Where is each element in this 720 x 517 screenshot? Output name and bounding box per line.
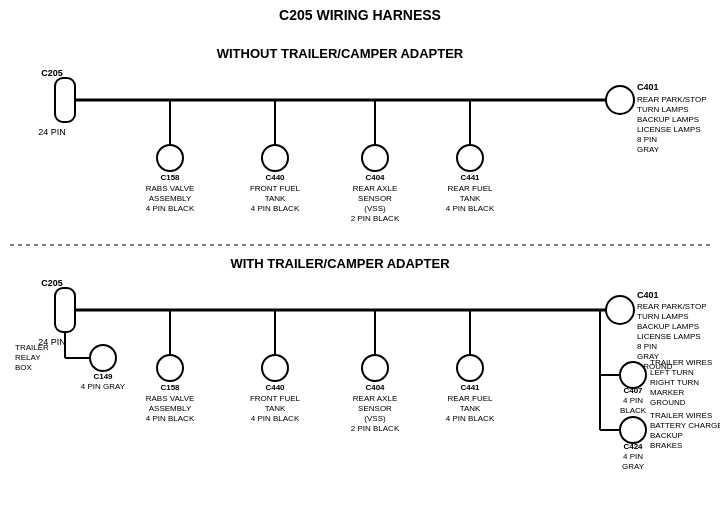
s2-trailer-relay-label2: RELAY [15,353,41,362]
s1-c205-pin: 24 PIN [38,127,66,137]
s2-c440-desc3: 4 PIN BLACK [251,414,300,423]
s2-c407-connector [620,362,646,388]
s2-c407-pin1: 4 PIN [623,396,643,405]
s2-c440-desc2: TANK [265,404,286,413]
s1-c440-label: C440 [265,173,285,182]
s2-c404-desc2: SENSOR [358,404,392,413]
s2-c158-desc2: ASSEMBLY [149,404,192,413]
s1-c404-connector [362,145,388,171]
s1-c441-desc2: TANK [460,194,481,203]
s1-c401-desc3: BACKUP LAMPS [637,115,699,124]
s2-c158-connector [157,355,183,381]
s1-c441-label: C441 [460,173,480,182]
s2-c158-label: C158 [160,383,180,392]
s1-c401-desc1: REAR PARK/STOP [637,95,707,104]
s2-c401-desc1: REAR PARK/STOP [637,302,707,311]
diagram-title: C205 WIRING HARNESS [279,7,441,23]
s1-c440-desc2: TANK [265,194,286,203]
s2-c424-pin2: GRAY [622,462,645,471]
s2-trailer-relay-label3: BOX [15,363,33,372]
s2-c407-desc3: RIGHT TURN [650,378,699,387]
s2-c441-label: C441 [460,383,480,392]
s2-c205-label: C205 [41,278,63,288]
s2-c424-desc3: BACKUP [650,431,683,440]
s2-c424-pin1: 4 PIN [623,452,643,461]
s1-c441-connector [457,145,483,171]
section2-label: WITH TRAILER/CAMPER ADAPTER [230,256,450,271]
s1-c440-desc3: 4 PIN BLACK [251,204,300,213]
s1-c401-color: GRAY [637,145,660,154]
s2-c424-label: C424 [623,442,643,451]
s2-c441-desc2: TANK [460,404,481,413]
s1-c158-desc2: ASSEMBLY [149,194,192,203]
s2-c149-label: C149 [93,372,113,381]
s2-c158-desc1: RABS VALVE [146,394,195,403]
s2-c440-connector [262,355,288,381]
s1-c441-desc1: REAR FUEL [448,184,493,193]
s2-c440-label: C440 [265,383,285,392]
s2-c441-desc3: 4 PIN BLACK [446,414,495,423]
s2-c401-desc2: TURN LAMPS [637,312,689,321]
s2-c404-desc4: 2 PIN BLACK [351,424,400,433]
s2-c407-label: C407 [623,386,643,395]
s2-c404-connector [362,355,388,381]
section1-label: WITHOUT TRAILER/CAMPER ADAPTER [217,46,464,61]
s1-c401-connector [606,86,634,114]
s2-c149-connector [90,345,116,371]
s2-c401-pin: 8 PIN [637,342,657,351]
s2-c407-pin2: BLACK [620,406,647,415]
s1-c158-connector [157,145,183,171]
s2-c404-desc3: (VSS) [364,414,386,423]
s2-c441-desc1: REAR FUEL [448,394,493,403]
s1-c401-desc2: TURN LAMPS [637,105,689,114]
s1-c404-desc4: 2 PIN BLACK [351,214,400,223]
s2-c424-desc2: BATTERY CHARGE [650,421,720,430]
s2-c407-desc4: MARKER [650,388,684,397]
s2-c158-desc3: 4 PIN BLACK [146,414,195,423]
s1-c404-desc3: (VSS) [364,204,386,213]
s1-c205-connector [55,78,75,122]
s2-c401-desc3: BACKUP LAMPS [637,322,699,331]
s1-c158-desc1: RABS VALVE [146,184,195,193]
s2-c401-desc4: LICENSE LAMPS [637,332,701,341]
s1-c441-desc3: 4 PIN BLACK [446,204,495,213]
s2-c407-desc1: TRAILER WIRES [650,358,712,367]
s2-c424-desc4: BRAKES [650,441,682,450]
s1-c158-desc3: 4 PIN BLACK [146,204,195,213]
diagram-container: C205 WIRING HARNESS WITHOUT TRAILER/CAMP… [0,0,720,517]
s1-c401-desc4: LICENSE LAMPS [637,125,701,134]
s1-c440-connector [262,145,288,171]
s2-c404-label: C404 [365,383,385,392]
s1-c404-desc1: REAR AXLE [353,184,397,193]
s2-c441-connector [457,355,483,381]
s2-c401-connector [606,296,634,324]
s2-c404-desc1: REAR AXLE [353,394,397,403]
s2-trailer-relay-label1: TRAILER [15,343,49,352]
s2-c205-connector [55,288,75,332]
s1-c440-desc1: FRONT FUEL [250,184,301,193]
s2-c424-desc1: TRAILER WIRES [650,411,712,420]
s2-c424-connector [620,417,646,443]
s2-c407-desc2: LEFT TURN [650,368,694,377]
s1-c205-label: C205 [41,68,63,78]
s1-c404-label: C404 [365,173,385,182]
s2-c407-desc5: GROUND [650,398,686,407]
s1-c404-desc2: SENSOR [358,194,392,203]
s2-c440-desc1: FRONT FUEL [250,394,301,403]
s1-c158-label: C158 [160,173,180,182]
s1-c401-pin: 8 PIN [637,135,657,144]
s2-c149-pin: 4 PIN GRAY [81,382,126,391]
s2-c401-label: C401 [637,290,659,300]
s1-c401-label: C401 [637,82,659,92]
